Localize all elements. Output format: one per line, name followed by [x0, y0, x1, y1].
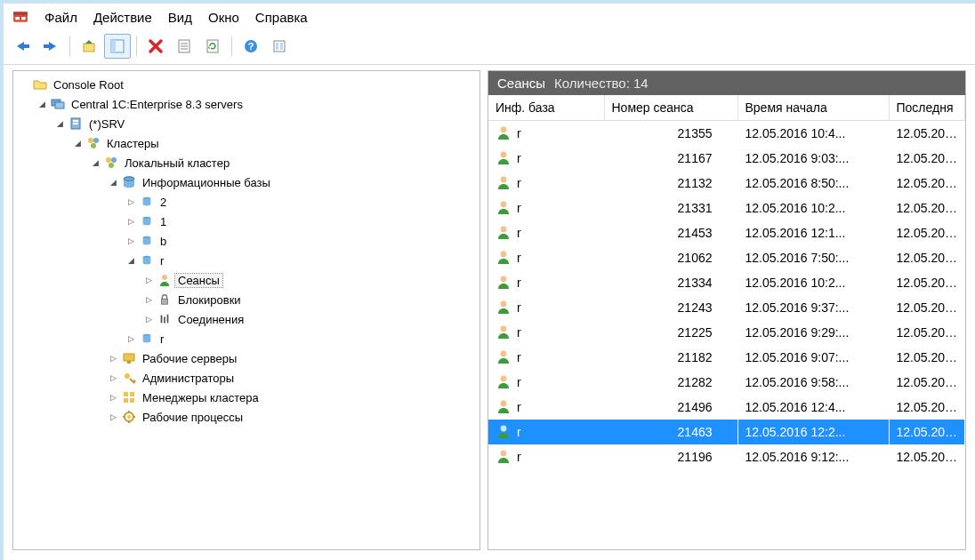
user-icon	[496, 398, 512, 417]
column-start-time[interactable]: Время начала	[737, 95, 889, 121]
table-row[interactable]: r2133412.05.2016 10:2...12.05.2016	[488, 270, 965, 295]
expander-icon[interactable]: ▷	[108, 353, 118, 364]
menu-view[interactable]: Вид	[168, 10, 192, 25]
tree-work-processes[interactable]: ▷Рабочие процессы	[108, 407, 479, 427]
svg-point-27	[106, 157, 111, 163]
expander-icon[interactable]: ▷	[108, 372, 118, 383]
svg-point-36	[162, 275, 167, 280]
tree-infobase-item[interactable]: ▷2	[125, 192, 479, 212]
expander-icon[interactable]: ▷	[125, 196, 136, 207]
sessions-grid[interactable]: Инф. база Номер сеанса Время начала Посл…	[488, 95, 965, 549]
tree-cluster-managers[interactable]: ▷Менеджеры кластера	[108, 388, 479, 407]
table-row[interactable]: r2118212.05.2016 9:07:...12.05.2016	[488, 345, 965, 370]
expander-icon[interactable]: ◢	[36, 99, 47, 109]
expander-icon[interactable]: ▷	[125, 236, 136, 246]
cell-infobase: r	[488, 295, 604, 320]
column-session-no[interactable]: Номер сеанса	[604, 95, 737, 121]
refresh-button[interactable]	[199, 34, 226, 59]
properties-button[interactable]	[171, 34, 197, 59]
table-row[interactable]: r2122512.05.2016 9:29:...12.05.2016	[488, 320, 965, 345]
table-row[interactable]: r2149612.05.2016 12:4...12.05.2016	[488, 395, 965, 420]
table-row[interactable]: r2128212.05.2016 9:58:...12.05.2016	[488, 370, 965, 395]
svg-point-51	[501, 126, 507, 132]
cell-session-no: 21496	[604, 395, 737, 420]
expander-icon[interactable]: ▷	[143, 275, 154, 285]
nav-forward-button[interactable]	[37, 34, 64, 59]
expander-icon[interactable]: ◢	[125, 255, 136, 266]
tree-pane[interactable]: Console Root ◢ Central 1C:Enterprise 8.3…	[12, 70, 480, 550]
table-row[interactable]: r2146312.05.2016 12:2...12.05.2016	[488, 420, 965, 444]
delete-button[interactable]	[142, 34, 169, 59]
tree-infobase-item[interactable]: ▷r	[125, 329, 479, 348]
svg-rect-43	[127, 361, 131, 364]
expander-icon[interactable]: ▷	[125, 333, 136, 344]
user-icon	[496, 199, 512, 218]
tree-server[interactable]: ◢ (*)SRV	[54, 114, 479, 133]
expander-icon[interactable]	[19, 79, 29, 90]
tree-local-cluster[interactable]: ◢ Локальный кластер	[90, 153, 479, 172]
cell-last: 12.05.2016	[889, 295, 965, 320]
expander-icon[interactable]: ▷	[125, 216, 136, 227]
svg-point-57	[501, 276, 507, 282]
tree-clusters[interactable]: ◢ Кластеры	[72, 133, 479, 153]
svg-rect-13	[207, 40, 218, 52]
menu-help[interactable]: Справка	[255, 10, 308, 25]
svg-rect-42	[124, 354, 134, 361]
cell-session-no: 21331	[604, 196, 737, 220]
menu-file[interactable]: Файл	[44, 10, 77, 25]
tree-infobases[interactable]: ◢ Информационные базы	[108, 172, 479, 192]
tree-admins[interactable]: ▷Администраторы	[108, 368, 479, 388]
tree-console-root[interactable]: Console Root	[19, 75, 479, 94]
table-row[interactable]: r2106212.05.2016 7:50:...12.05.2016	[488, 245, 965, 270]
table-row[interactable]: r2145312.05.2016 12:1...12.05.2016	[488, 220, 965, 245]
tree-connections[interactable]: ▷Соединения	[143, 309, 479, 329]
export-button[interactable]	[266, 34, 293, 59]
expander-icon[interactable]: ◢	[90, 157, 101, 168]
column-last[interactable]: Последня	[889, 95, 965, 121]
help-button[interactable]: ?	[238, 34, 264, 59]
svg-point-44	[125, 373, 130, 379]
table-row[interactable]: r2119612.05.2016 9:12:...12.05.2016	[488, 444, 965, 469]
svg-rect-22	[73, 120, 78, 122]
table-row[interactable]: r2135512.05.2016 10:4...12.05.2016	[488, 121, 965, 147]
svg-rect-47	[124, 398, 128, 403]
tree-infobase-item[interactable]: ◢r	[125, 251, 479, 270]
cell-start-time: 12.05.2016 9:12:...	[737, 444, 889, 469]
table-row[interactable]: r2133112.05.2016 10:2...12.05.2016	[488, 196, 965, 220]
tree-work-servers[interactable]: ▷Рабочие серверы	[108, 348, 479, 368]
cell-last: 12.05.2016	[889, 121, 965, 147]
expander-icon[interactable]: ▷	[108, 392, 118, 403]
table-row[interactable]: r2116712.05.2016 9:03:...12.05.2016	[488, 146, 965, 171]
svg-point-55	[501, 226, 507, 232]
tree-locks[interactable]: ▷Блокировки	[143, 290, 479, 309]
expander-icon[interactable]: ▷	[143, 314, 154, 324]
show-tree-button[interactable]	[104, 34, 131, 59]
up-button[interactable]	[76, 34, 102, 59]
column-infobase[interactable]: Инф. база	[488, 95, 604, 121]
svg-point-28	[111, 157, 117, 163]
tree-infobase-item[interactable]: ▷b	[125, 231, 479, 251]
tree-infobase-item[interactable]: ▷1	[125, 212, 479, 231]
expander-icon[interactable]: ◢	[54, 118, 65, 129]
cell-session-no: 21062	[604, 245, 737, 270]
menu-window[interactable]: Окно	[208, 10, 239, 25]
expander-icon[interactable]: ▷	[143, 294, 154, 305]
nav-back-button[interactable]	[9, 34, 36, 59]
cell-infobase: r	[488, 121, 604, 146]
menu-action[interactable]: Действие	[93, 10, 152, 25]
tree-sessions[interactable]: ▷Сеансы	[143, 270, 479, 290]
database-icon	[140, 332, 154, 346]
table-row[interactable]: r2124312.05.2016 9:37:...12.05.2016	[488, 295, 965, 320]
table-row[interactable]: r2113212.05.2016 8:50:...12.05.2016	[488, 171, 965, 196]
expander-icon[interactable]: ◢	[72, 138, 83, 148]
tree-label: Блокировки	[175, 293, 244, 307]
cell-session-no: 21167	[604, 146, 737, 171]
svg-text:?: ?	[248, 41, 254, 52]
cell-start-time: 12.05.2016 7:50:...	[737, 245, 889, 270]
svg-rect-6	[84, 44, 94, 52]
tree-central-servers[interactable]: ◢ Central 1C:Enterprise 8.3 servers	[36, 94, 479, 114]
svg-point-61	[501, 375, 507, 381]
expander-icon[interactable]: ▷	[108, 412, 118, 422]
cell-last: 12.05.2016	[889, 370, 965, 395]
expander-icon[interactable]: ◢	[108, 177, 118, 188]
